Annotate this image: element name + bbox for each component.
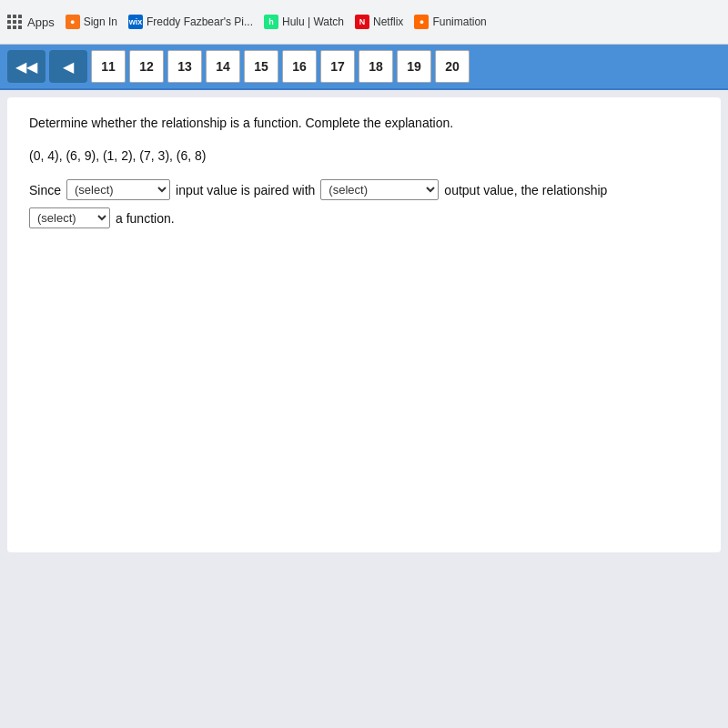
- sentence-row-2: (select) is is not a function.: [29, 207, 699, 228]
- select-input-type[interactable]: (select) each at least one some: [66, 179, 170, 200]
- page-btn-11[interactable]: 11: [91, 50, 126, 83]
- page-btn-18[interactable]: 18: [359, 50, 393, 83]
- page-btn-20[interactable]: 20: [435, 50, 470, 83]
- toolbar-signin[interactable]: ● Sign In: [66, 15, 117, 29]
- suffix-text: output value, the relationship: [444, 183, 607, 197]
- apps-label: Apps: [27, 15, 55, 29]
- wix-favicon: wix: [128, 15, 143, 29]
- page-btn-15[interactable]: 15: [244, 50, 278, 83]
- hulu-favicon: h: [264, 15, 278, 29]
- nav-first-button[interactable]: ◀◀: [7, 50, 46, 83]
- sentence-prefix: Since: [29, 183, 61, 197]
- page-btn-17[interactable]: 17: [320, 50, 355, 83]
- page-btn-13[interactable]: 13: [167, 50, 202, 83]
- netflix-favicon: N: [355, 15, 369, 29]
- page-btn-14[interactable]: 14: [206, 50, 240, 83]
- relation-set: (0, 4), (6, 9), (1, 2), (7, 3), (6, 8): [29, 148, 699, 163]
- toolbar-netflix[interactable]: N Netflix: [355, 15, 403, 29]
- select-output-type[interactable]: (select) exactly one more than one no: [320, 179, 439, 200]
- browser-toolbar: Apps ● Sign In wix Freddy Fazbear's Pi..…: [0, 0, 728, 45]
- ending-text: a function.: [116, 211, 175, 226]
- toolbar-wix[interactable]: wix Freddy Fazbear's Pi...: [128, 15, 253, 29]
- page-btn-12[interactable]: 12: [129, 50, 164, 83]
- apps-button[interactable]: Apps: [7, 15, 55, 29]
- sentence-row-1: Since (select) each at least one some in…: [29, 179, 699, 200]
- hulu-label: Hulu | Watch: [282, 15, 344, 28]
- toolbar-hulu[interactable]: h Hulu | Watch: [264, 15, 344, 29]
- funi-favicon: ●: [414, 15, 429, 29]
- page-btn-16[interactable]: 16: [282, 50, 317, 83]
- wix-label: Freddy Fazbear's Pi...: [147, 15, 253, 28]
- middle-text: input value is paired with: [176, 183, 315, 197]
- funi-label: Funimation: [432, 15, 486, 28]
- signin-label: Sign In: [84, 15, 117, 28]
- page-navigation-bar: ◀◀ ◀ 11 12 13 14 15 16 17 18 19 20: [0, 45, 728, 90]
- netflix-label: Netflix: [373, 15, 403, 28]
- toolbar-funimation[interactable]: ● Funimation: [414, 15, 486, 29]
- page-btn-19[interactable]: 19: [397, 50, 431, 83]
- question-instruction: Determine whether the relationship is a …: [29, 116, 699, 130]
- signin-favicon: ●: [66, 15, 80, 29]
- nav-prev-button[interactable]: ◀: [49, 50, 87, 83]
- apps-grid-icon: [7, 15, 22, 29]
- question-card: Determine whether the relationship is a …: [7, 97, 721, 552]
- main-content: Determine whether the relationship is a …: [0, 90, 728, 728]
- select-conclusion[interactable]: (select) is is not: [29, 207, 110, 228]
